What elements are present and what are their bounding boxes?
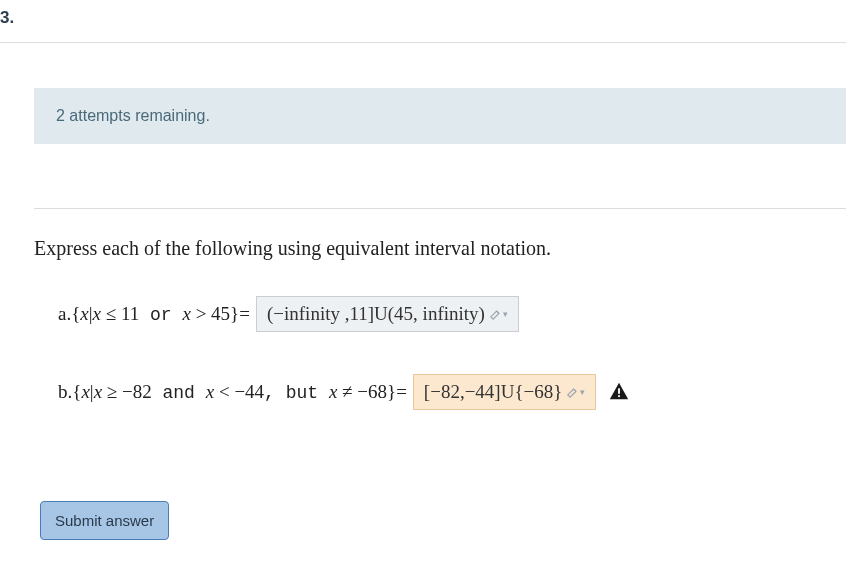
attempts-text: 2 attempts remaining. (56, 107, 210, 125)
cond2-val: 45 (211, 303, 230, 324)
part-a-label: a. (58, 303, 71, 325)
attempts-banner: 2 attempts remaining. (34, 88, 846, 144)
answer-input-a[interactable]: (−infinity ,11]U(45, infinity) ▾ (256, 296, 519, 332)
cond2-rel: < (214, 381, 234, 402)
cond2-val: −44 (234, 381, 264, 402)
question-number: 3. (0, 8, 14, 28)
question-prompt: Express each of the following using equi… (34, 237, 551, 260)
part-b-label: b. (58, 381, 72, 403)
cond1-rel: ≥ (102, 381, 122, 402)
set-var: x (81, 381, 89, 402)
but-text: , but (264, 383, 329, 403)
answer-a-text: (−infinity ,11]U(45, infinity) (267, 303, 485, 325)
cond1-val: −82 (122, 381, 152, 402)
cond3-rel: ≠ (337, 381, 357, 402)
set-open: { (71, 303, 80, 324)
edit-icon: ▾ (566, 385, 585, 399)
edit-icon: ▾ (489, 307, 508, 321)
cond1-rel: ≤ (101, 303, 121, 324)
connector-or: or (139, 305, 182, 325)
equals: = (239, 303, 250, 325)
set-open: { (72, 381, 81, 402)
warning-icon (608, 381, 630, 403)
part-a: a. {x|x ≤ 11 or x > 45} = (−infinity ,11… (58, 296, 519, 332)
connector-and: and (152, 383, 206, 403)
cond1-var: x (94, 381, 102, 402)
cond2-var: x (182, 303, 190, 324)
cond1-val: 11 (121, 303, 139, 324)
cond2-rel: > (191, 303, 211, 324)
svg-rect-1 (618, 395, 620, 397)
submit-button[interactable]: Submit answer (40, 501, 169, 540)
part-b: b. {x|x ≥ −82 and x < −44, but x ≠ −68} … (58, 374, 630, 410)
cond2-var: x (206, 381, 214, 402)
cond3-val: −68 (357, 381, 387, 402)
divider-top (0, 42, 846, 43)
answer-b-text: [−82,−44]U{−68} (424, 381, 563, 403)
set-var: x (80, 303, 88, 324)
svg-rect-0 (618, 388, 620, 394)
answer-input-b[interactable]: [−82,−44]U{−68} ▾ (413, 374, 597, 410)
cond1-var: x (93, 303, 101, 324)
set-close: } (230, 303, 239, 324)
divider-mid (34, 208, 846, 209)
equals: = (396, 381, 407, 403)
set-close: } (387, 381, 396, 402)
